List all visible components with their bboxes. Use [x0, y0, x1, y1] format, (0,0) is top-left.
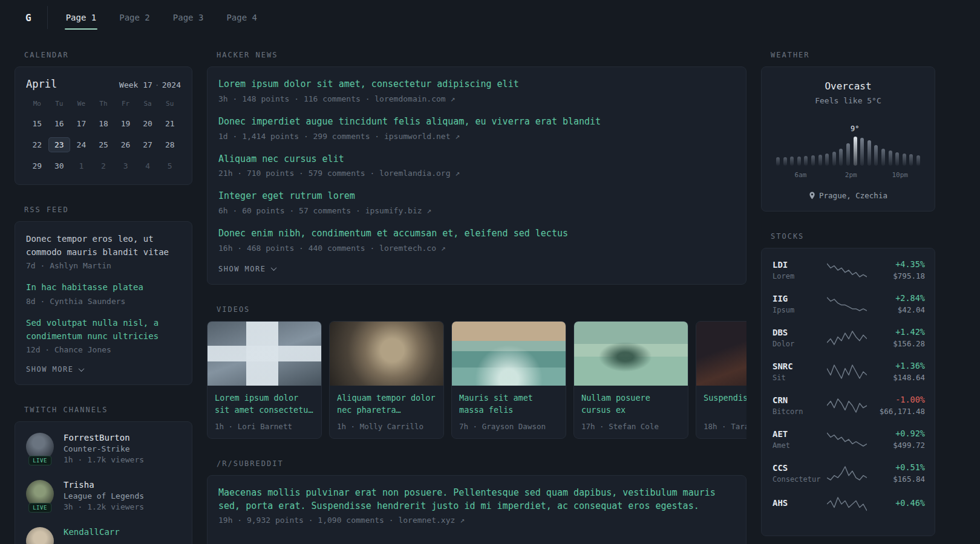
- stock-id: IIG Ipsum: [773, 294, 822, 314]
- reddit-post-title[interactable]: Maecenas mollis pulvinar erat non posuer…: [218, 487, 735, 513]
- calendar-day-next-month: 1: [70, 158, 93, 173]
- rss-item-title[interactable]: In hac habitasse platea: [26, 281, 181, 294]
- video-thumbnail[interactable]: [696, 322, 746, 386]
- stock-row[interactable]: LDI Lorem +4.35% $795.18: [773, 259, 924, 280]
- stock-name: Dolor: [773, 340, 822, 348]
- video-thumbnail[interactable]: [574, 322, 688, 386]
- weather-hour-bar: [881, 149, 885, 166]
- twitch-section-title: TWITCH CHANNELS: [24, 406, 192, 414]
- day-header: Tu: [48, 100, 71, 110]
- rss-item-title[interactable]: Sed volutpat nulla nisl, a condimentum n…: [26, 317, 181, 343]
- stock-row[interactable]: IIG Ipsum +2.84% $42.04: [773, 293, 924, 314]
- stock-change: +0.46%: [872, 498, 925, 508]
- weather-hour-bar: [804, 156, 808, 166]
- video-thumbnail[interactable]: [330, 322, 443, 386]
- hn-item: Integer eget rutrum lorem 6h · 60 points…: [218, 190, 735, 215]
- stock-price: $499.72: [872, 441, 925, 450]
- tab-page-4[interactable]: Page 4: [225, 9, 258, 26]
- stock-row[interactable]: SNRC Sit +1.36% $148.64: [773, 361, 924, 382]
- stock-change: +0.51%: [872, 462, 925, 472]
- weather-hour-bar: [854, 137, 857, 166]
- video-title[interactable]: Aliquam tempor dolor nec pharetra…: [330, 386, 443, 417]
- rss-item-meta: 8d · Cynthia Saunders: [26, 297, 181, 306]
- stock-row[interactable]: AET Amet +0.92% $499.72: [773, 429, 924, 450]
- top-bar: G Page 1 Page 2 Page 3 Page 4: [0, 0, 980, 35]
- channel-name[interactable]: ForrestBurton: [64, 433, 144, 442]
- stock-ticker: LDI: [773, 260, 822, 270]
- video-thumbnail[interactable]: [207, 322, 321, 386]
- stock-id: AET Amet: [773, 429, 822, 450]
- left-column: CALENDAR April Week 17·2024 Mo Tu We Th …: [15, 51, 192, 544]
- stock-sparkline: [827, 364, 867, 380]
- dashboard-content: CALENDAR April Week 17·2024 Mo Tu We Th …: [0, 35, 980, 544]
- video-title[interactable]: Nullam posuere cursus ex: [574, 386, 688, 417]
- video-title[interactable]: Suspendisse diam: [696, 386, 746, 417]
- app-logo[interactable]: G: [15, 6, 48, 29]
- twitch-channel: LIVE KendallCarr: [26, 527, 181, 544]
- calendar-day-next-month: 3: [114, 158, 137, 173]
- video-meta: 7h · Grayson Dawson: [452, 417, 566, 438]
- avatar[interactable]: [26, 527, 54, 544]
- calendar-day: 21: [158, 116, 181, 131]
- day-header: We: [70, 100, 93, 110]
- video-card[interactable]: Aliquam tempor dolor nec pharetra… 1h · …: [329, 321, 444, 439]
- tab-page-2[interactable]: Page 2: [118, 9, 151, 26]
- channel-info: KendallCarr: [64, 527, 120, 539]
- stock-change: +1.36%: [872, 361, 925, 371]
- weather-hour-bar: [811, 155, 815, 166]
- weather-widget: WEATHER Overcast Feels like 5°C 9° 6am 2…: [761, 51, 935, 212]
- weather-condition: Overcast: [773, 80, 924, 92]
- weather-location: Prague, Czechia: [773, 191, 924, 200]
- stock-row[interactable]: CRN Bitcorn -1.00% $66,171.48: [773, 395, 924, 416]
- calendar-section-title: CALENDAR: [24, 51, 192, 59]
- video-card[interactable]: Nullam posuere cursus ex 17h · Stefan Co…: [573, 321, 688, 439]
- hn-item-title[interactable]: Integer eget rutrum lorem: [218, 190, 735, 203]
- stock-change: +0.92%: [872, 429, 925, 438]
- video-thumbnail[interactable]: [452, 322, 566, 386]
- hn-show-more-button[interactable]: SHOW MORE: [218, 265, 735, 273]
- stock-row[interactable]: AHS +0.46%: [773, 496, 924, 512]
- stock-id: CCS Consectetur: [773, 463, 822, 484]
- hn-item-title[interactable]: Donec enim nibh, condimentum et accumsan…: [218, 227, 735, 241]
- calendar-day: 22: [26, 137, 48, 152]
- stock-sparkline: [827, 496, 867, 512]
- channel-avatar-wrap: LIVE: [26, 527, 54, 544]
- stock-ticker: SNRC: [773, 361, 822, 371]
- weather-hour-bar: [783, 157, 787, 166]
- channel-name[interactable]: Trisha: [64, 480, 144, 490]
- hn-item-title[interactable]: Donec imperdiet augue tincidunt felis al…: [218, 115, 735, 129]
- video-card[interactable]: Suspendisse diam 18h · Tara: [696, 321, 746, 439]
- channel-name[interactable]: KendallCarr: [64, 527, 120, 537]
- hn-item-title[interactable]: Lorem ipsum dolor sit amet, consectetur …: [218, 78, 735, 91]
- stock-price: $165.84: [872, 474, 925, 484]
- calendar-separator: ·: [152, 80, 162, 89]
- twitch-channel: LIVE Trisha League of Legends 3h · 1.2k …: [26, 480, 181, 511]
- show-more-label: SHOW MORE: [218, 265, 266, 273]
- video-card[interactable]: Lorem ipsum dolor sit amet consectetu… 1…: [207, 321, 322, 439]
- stock-ticker: AET: [773, 429, 822, 439]
- rss-item-meta: 7d · Ashlyn Martin: [26, 261, 181, 270]
- hacker-news-card: Lorem ipsum dolor sit amet, consectetur …: [207, 66, 746, 285]
- weather-hour-bar: [874, 145, 878, 166]
- rss-show-more-button[interactable]: SHOW MORE: [26, 365, 181, 374]
- stock-row[interactable]: CCS Consectetur +0.51% $165.84: [773, 462, 924, 484]
- middle-column: HACKER NEWS Lorem ipsum dolor sit amet, …: [207, 51, 746, 544]
- video-meta: 1h · Molly Carrillo: [330, 417, 443, 438]
- stock-id: SNRC Sit: [773, 361, 822, 382]
- stock-change: +2.84%: [872, 293, 925, 303]
- hn-item-title[interactable]: Aliquam nec cursus elit: [218, 153, 735, 166]
- stock-sparkline: [827, 262, 867, 278]
- tab-page-3[interactable]: Page 3: [172, 9, 205, 26]
- video-title[interactable]: Lorem ipsum dolor sit amet consectetu…: [207, 386, 321, 417]
- weather-hour-bar: [818, 155, 822, 166]
- video-title[interactable]: Mauris sit amet massa felis: [452, 386, 566, 417]
- tab-page-1[interactable]: Page 1: [65, 9, 98, 26]
- videos-widget: VIDEOS Lorem ipsum dolor sit amet consec…: [207, 305, 746, 439]
- rss-item-title[interactable]: Donec tempor eros leo, ut commodo mauris…: [26, 233, 181, 259]
- stock-name: Lorem: [773, 272, 822, 280]
- stock-name: Amet: [773, 441, 822, 450]
- videos-row: Lorem ipsum dolor sit amet consectetu… 1…: [207, 321, 746, 439]
- video-card[interactable]: Mauris sit amet massa felis 7h · Grayson…: [451, 321, 566, 439]
- rss-item: Sed volutpat nulla nisl, a condimentum n…: [26, 317, 181, 354]
- stock-row[interactable]: DBS Dolor +1.42% $156.28: [773, 327, 924, 348]
